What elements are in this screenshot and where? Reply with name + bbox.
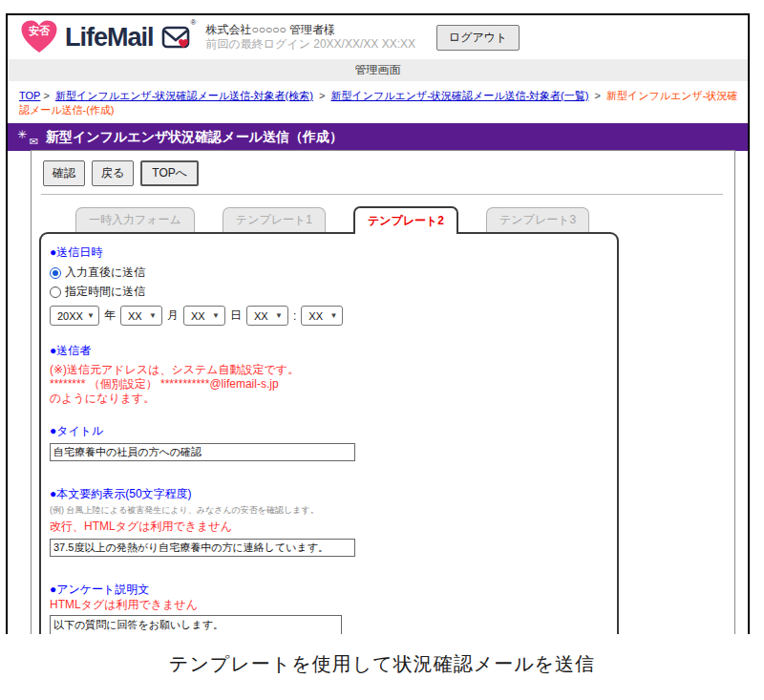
radio-immediate[interactable] — [50, 267, 61, 279]
title-section: ●タイトル — [50, 423, 607, 461]
sender-section: ●送信者 (※)送信元アドレスは、システム自動設定です。 ******** （個… — [50, 343, 607, 406]
breadcrumb-separator: > — [319, 90, 325, 101]
template-2-panel: ●送信日時 入力直後に送信 指定時間に送信 20XX▼ 年 XX▼ — [39, 232, 619, 634]
day-select[interactable]: XX▼ — [183, 306, 225, 326]
breadcrumb: TOP> 新型インフルエンザ-状況確認メール送信-対象者(検索) > 新型インフ… — [8, 81, 748, 123]
envelope-icon: ® — [160, 21, 193, 53]
toolbar: 確認 戻る TOPへ — [39, 159, 727, 194]
page-title: 新型インフルエンザ状況確認メール送信（作成） — [46, 129, 343, 146]
svg-text:安否: 安否 — [29, 25, 51, 36]
chevron-down-icon: ▼ — [212, 311, 220, 320]
last-login: 前回の最終ログイン 20XX/XX/XX XX:XX — [206, 37, 415, 52]
chevron-down-icon: ▼ — [149, 311, 157, 320]
datetime-selects: 20XX▼ 年 XX▼ 月 XX▼ 日 XX▼ : XX▼ — [50, 306, 607, 326]
flu-mail-icon: ✳✉ — [17, 128, 38, 147]
header-user-info: 株式会社○○○○○ 管理者様 前回の最終ログイン 20XX/XX/XX XX:X… — [206, 23, 415, 52]
caption: テンプレートを使用して状況確認メールを送信 — [0, 651, 764, 677]
lifemail-logo: 安否 LifeMail ® — [19, 19, 193, 55]
company-name: 株式会社○○○○○ 管理者様 — [206, 23, 415, 37]
page-title-bar: ✳✉ 新型インフルエンザ状況確認メール送信（作成） — [8, 123, 748, 151]
chevron-down-icon: ▼ — [275, 311, 283, 320]
breadcrumb-link-search[interactable]: 新型インフルエンザ-状況確認メール送信-対象者(検索) — [55, 90, 313, 101]
breadcrumb-separator: > — [595, 90, 601, 101]
radio-row-immediate[interactable]: 入力直後に送信 — [50, 265, 607, 281]
summary-warning: 改行、HTMLタグは利用できません — [50, 520, 607, 534]
unit-year: 年 — [104, 308, 116, 324]
chevron-down-icon: ▼ — [87, 311, 95, 320]
app-window: 安否 LifeMail ® 株式会社○○○○○ 管理者様 前回の最終ログイン 2… — [6, 13, 750, 634]
title-label: ●タイトル — [50, 423, 607, 439]
sender-note-2: ******** （個別設定） ***********@lifemail-s.j… — [50, 377, 607, 392]
sender-label: ●送信者 — [50, 343, 607, 359]
radio-immediate-label: 入力直後に送信 — [65, 265, 145, 281]
unit-day: 日 — [230, 308, 242, 324]
tab-temp-input-form[interactable]: 一時入力フォーム — [75, 207, 195, 232]
brand-text: LifeMail — [65, 23, 154, 53]
admin-screen-label: 管理画面 — [355, 62, 401, 78]
radio-row-scheduled[interactable]: 指定時間に送信 — [50, 284, 607, 300]
tab-zone: 一時入力フォーム テンプレート1 テンプレート2 テンプレート3 ●送信日時 入… — [39, 206, 727, 634]
sender-note-1: (※)送信元アドレスは、システム自動設定です。 — [50, 363, 607, 377]
survey-textarea[interactable]: 以下の質問に回答をお願いします。 — [50, 615, 342, 634]
radio-scheduled[interactable] — [50, 286, 61, 298]
radio-scheduled-label: 指定時間に送信 — [65, 284, 145, 300]
chevron-down-icon: ▼ — [329, 311, 337, 320]
summary-input[interactable] — [50, 539, 355, 557]
breadcrumb-separator: > — [43, 90, 49, 101]
survey-label: ●アンケート説明文 — [50, 582, 607, 598]
month-select[interactable]: XX▼ — [120, 306, 162, 326]
minute-select[interactable]: XX▼ — [301, 306, 343, 326]
year-select[interactable]: 20XX▼ — [50, 306, 99, 326]
survey-section: ●アンケート説明文 HTMLタグは利用できません 以下の質問に回答をお願いします… — [50, 582, 607, 634]
hour-select[interactable]: XX▼ — [246, 306, 288, 326]
breadcrumb-link-top[interactable]: TOP — [19, 90, 40, 101]
to-top-button[interactable]: TOPへ — [140, 160, 199, 186]
admin-screen-bar: 管理画面 — [8, 59, 748, 81]
tab-template-3[interactable]: テンプレート3 — [486, 207, 589, 232]
title-input[interactable] — [50, 443, 355, 461]
tab-template-1[interactable]: テンプレート1 — [223, 207, 326, 232]
content-box: 確認 戻る TOPへ 一時入力フォーム テンプレート1 テンプレート2 テンプレ… — [31, 150, 735, 634]
summary-label: ●本文要約表示(50文字程度) — [50, 486, 607, 502]
unit-month: 月 — [167, 308, 179, 324]
sender-note-3: のようになります。 — [50, 392, 607, 406]
toolbar-divider — [41, 194, 723, 195]
anpi-heart-icon: 安否 — [19, 19, 59, 55]
send-datetime-section: ●送信日時 入力直後に送信 指定時間に送信 20XX▼ 年 XX▼ — [50, 244, 607, 326]
send-datetime-label: ●送信日時 — [50, 244, 607, 261]
page: 安否 LifeMail ® 株式会社○○○○○ 管理者様 前回の最終ログイン 2… — [0, 0, 764, 700]
tab-template-2[interactable]: テンプレート2 — [353, 206, 458, 234]
header: 安否 LifeMail ® 株式会社○○○○○ 管理者様 前回の最終ログイン 2… — [8, 15, 748, 59]
time-colon: : — [293, 309, 296, 323]
registered-mark: ® — [191, 18, 197, 27]
survey-warning: HTMLタグは利用できません — [50, 598, 607, 612]
tab-row: 一時入力フォーム テンプレート1 テンプレート2 テンプレート3 — [56, 206, 727, 232]
summary-example: (例) 台風上陸による被害発生により、みなさんの安否を確認します。 — [50, 504, 607, 517]
summary-section: ●本文要約表示(50文字程度) (例) 台風上陸による被害発生により、みなさんの… — [50, 486, 607, 557]
breadcrumb-link-list[interactable]: 新型インフルエンザ-状況確認メール送信-対象者(一覧) — [330, 90, 588, 101]
confirm-button[interactable]: 確認 — [43, 160, 85, 186]
back-button[interactable]: 戻る — [92, 160, 134, 186]
logout-button[interactable]: ログアウト — [436, 25, 520, 51]
